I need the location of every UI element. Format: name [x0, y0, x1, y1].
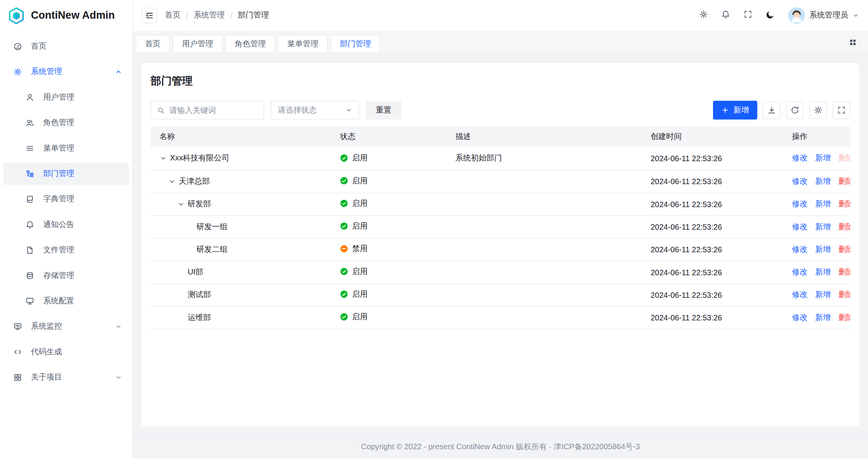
moon-icon — [766, 10, 775, 19]
table-header-row: 名称状态描述创建时间操作 — [151, 126, 850, 147]
sidebar-subitem[interactable]: 文件管理 — [4, 239, 129, 261]
created-time: 2024-06-11 22:53:26 — [642, 261, 783, 283]
fullscreen-icon — [743, 10, 752, 19]
breadcrumb-item[interactable]: 系统管理 — [194, 11, 225, 21]
sidebar-subitem[interactable]: 系统配置 — [4, 290, 129, 312]
table-body: Xxx科技有限公司 启用 系统初始部门 2024-06-11 22:53:26 … — [151, 147, 850, 329]
sidebar-subitem[interactable]: 用户管理 — [4, 86, 129, 109]
sidebar-subitem-label: 字典管理 — [43, 194, 122, 204]
edit-link[interactable]: 修改 — [792, 267, 808, 276]
add-child-link[interactable]: 新增 — [815, 312, 831, 321]
add-child-link[interactable]: 新增 — [815, 290, 831, 299]
status-badge: 启用 — [340, 289, 368, 299]
add-button[interactable]: 新增 — [713, 101, 757, 120]
sidebar-subitem[interactable]: 字典管理 — [4, 188, 129, 210]
delete-link[interactable]: 删除 — [838, 222, 850, 230]
delete-link[interactable]: 删除 — [838, 176, 850, 185]
tab[interactable]: 部门管理 — [331, 35, 380, 53]
bell-icon — [721, 10, 730, 19]
table-row: 研发部 启用 2024-06-11 22:53:26 修改新增删除 — [151, 193, 850, 215]
delete-link[interactable]: 删除 — [838, 244, 850, 253]
delete-link[interactable]: 删除 — [838, 199, 850, 208]
chevron-up-icon — [114, 68, 122, 76]
table-empty-space — [151, 329, 850, 417]
delete-link[interactable]: 删除 — [838, 312, 850, 321]
department-description — [447, 215, 642, 238]
tree-indent — [159, 204, 177, 204]
column-header: 创建时间 — [642, 126, 783, 147]
add-button-label: 新增 — [734, 105, 749, 115]
sidebar-subitem[interactable]: 存储管理 — [4, 265, 129, 287]
delete-link[interactable]: 删除 — [838, 153, 850, 162]
delete-link[interactable]: 删除 — [838, 267, 850, 276]
add-child-link[interactable]: 新增 — [815, 222, 831, 230]
status-label: 启用 — [352, 289, 368, 299]
sidebar-item[interactable]: 首页 — [4, 35, 129, 58]
storage-icon — [25, 271, 34, 280]
status-badge: 启用 — [340, 153, 368, 163]
user-menu[interactable]: 系统管理员 — [788, 7, 859, 24]
edit-link[interactable]: 修改 — [792, 290, 808, 299]
status-select[interactable]: 请选择状态 — [271, 101, 359, 120]
fullscreen-button[interactable] — [833, 101, 850, 119]
chevron-down-icon — [114, 323, 122, 331]
tab-label: 角色管理 — [235, 39, 266, 49]
sidebar-item[interactable]: 系统监控 — [4, 315, 129, 338]
menu-lines-icon — [25, 144, 34, 153]
sidebar-subitem[interactable]: 通知公告 — [4, 214, 129, 236]
settings-button[interactable] — [809, 101, 827, 119]
tab-label: 用户管理 — [182, 39, 213, 49]
moon-button[interactable] — [766, 10, 775, 21]
sidebar-subitem[interactable]: 菜单管理 — [4, 137, 129, 160]
breadcrumb-item[interactable]: 首页 — [165, 11, 181, 21]
sidebar-item[interactable]: 系统管理 — [4, 61, 129, 83]
department-description — [447, 306, 642, 329]
app-logo[interactable]: ContiNew Admin — [0, 0, 132, 31]
add-child-link[interactable]: 新增 — [815, 153, 831, 162]
tab[interactable]: 角色管理 — [225, 35, 275, 53]
breadcrumb: 首页/系统管理/部门管理 — [165, 11, 269, 21]
sidebar-item[interactable]: 关于项目 — [4, 366, 129, 389]
add-child-link[interactable]: 新增 — [815, 267, 831, 276]
top-header: 首页/系统管理/部门管理 系统管理员 — [133, 0, 868, 31]
sidebar-subitem[interactable]: 角色管理 — [4, 112, 129, 134]
reset-button[interactable]: 重置 — [366, 101, 401, 120]
edit-link[interactable]: 修改 — [792, 244, 808, 253]
tab[interactable]: 用户管理 — [173, 35, 223, 53]
edit-link[interactable]: 修改 — [792, 312, 808, 321]
row-expand-chevron-down-icon[interactable] — [177, 200, 185, 208]
status-badge: 启用 — [340, 176, 368, 186]
sidebar-subitem[interactable]: 部门管理 — [4, 163, 129, 185]
edit-link[interactable]: 修改 — [792, 199, 808, 208]
search-input[interactable] — [169, 106, 258, 115]
row-expand-chevron-down-icon[interactable] — [168, 178, 176, 185]
department-name: 研发部 — [188, 199, 211, 209]
department-name: 研发一组 — [197, 222, 228, 232]
edit-link[interactable]: 修改 — [792, 176, 808, 185]
add-child-link[interactable]: 新增 — [815, 244, 831, 253]
add-child-link[interactable]: 新增 — [815, 199, 831, 208]
tab-list-button[interactable] — [845, 34, 860, 50]
delete-link[interactable]: 删除 — [838, 290, 850, 299]
fullscreen-button[interactable] — [743, 10, 752, 21]
sidebar-subitem-label: 部门管理 — [43, 169, 122, 179]
department-description — [447, 170, 642, 192]
tab[interactable]: 首页 — [136, 35, 170, 53]
bell-button[interactable] — [721, 10, 730, 21]
edit-link[interactable]: 修改 — [792, 222, 808, 230]
sidebar-item[interactable]: 代码生成 — [4, 341, 129, 363]
table-toolbar-actions: 新增 — [713, 101, 850, 120]
row-expand-chevron-down-icon[interactable] — [159, 155, 167, 162]
breadcrumb-item[interactable]: 部门管理 — [238, 11, 269, 21]
add-child-link[interactable]: 新增 — [815, 176, 831, 185]
tab-label: 首页 — [145, 39, 160, 49]
sidebar-collapse-button[interactable] — [142, 8, 157, 23]
tab[interactable]: 菜单管理 — [278, 35, 328, 53]
status-label: 启用 — [352, 199, 368, 209]
dashboard-icon — [13, 42, 22, 51]
edit-link[interactable]: 修改 — [792, 153, 808, 162]
department-card: 部门管理 请选择状态 重置 新增 — [142, 63, 859, 426]
download-button[interactable] — [763, 101, 780, 119]
refresh-button[interactable] — [786, 101, 804, 119]
settings-button[interactable] — [699, 10, 708, 21]
